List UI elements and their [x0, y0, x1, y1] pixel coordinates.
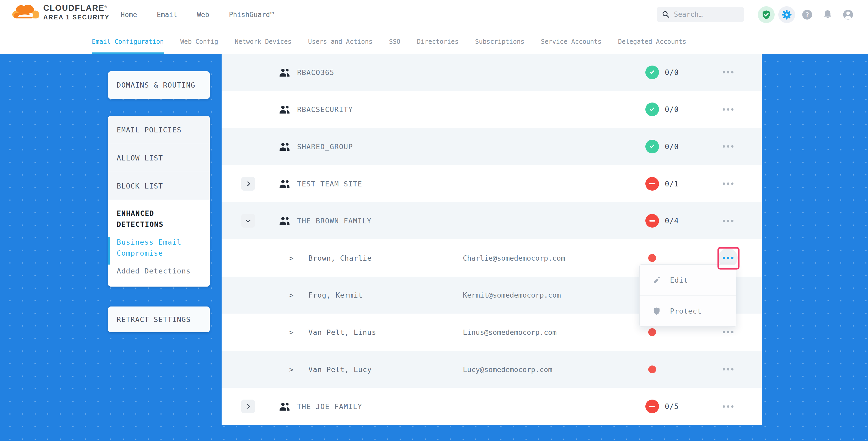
sidebar-card-retract: RETRACT SETTINGS [108, 307, 210, 332]
group-row[interactable]: SHARED_GROUP 0/0 [222, 128, 762, 165]
member-email: Linus@somedemocorp.com [463, 328, 557, 336]
chevron-icon [245, 404, 250, 409]
protected-count: 0/5 [665, 402, 679, 411]
logo-brand: CLOUDFLARE® [43, 2, 110, 13]
sidebar-item-business-email-compromise[interactable]: Business Email Compromise [117, 237, 202, 259]
shield-icon [652, 307, 661, 316]
sidebar-item-added-detections[interactable]: Added Detections [117, 265, 202, 277]
status-dot [648, 254, 656, 262]
tab-directories[interactable]: Directories [417, 29, 459, 54]
group-name: SHARED_GROUP [297, 143, 353, 151]
chevron-icon [245, 181, 250, 186]
protected-count: 0/1 [665, 179, 679, 188]
row-actions-button[interactable] [718, 211, 738, 230]
status-badge [645, 400, 659, 413]
sidebar-item-retract-settings[interactable]: RETRACT SETTINGS [108, 307, 210, 332]
enhanced-detections-section: ENHANCED DETECTIONS Business Email Compr… [108, 200, 210, 287]
tab-sso[interactable]: SSO [389, 29, 400, 54]
active-item-indicator [108, 237, 110, 264]
group-row[interactable]: RBACO365 0/0 [222, 54, 762, 91]
member-name: Frog, Kermit [308, 291, 363, 299]
member-name: Brown, Charlie [308, 254, 372, 262]
sidebar-heading-enhanced-detections[interactable]: ENHANCED DETECTIONS [117, 208, 202, 230]
search-placeholder: Search… [674, 10, 703, 18]
member-marker: > [289, 291, 293, 299]
directory-table: RBACO365 0/0 RBACSECURITY 0/0 [222, 54, 762, 425]
protected-count: 0/0 [665, 142, 679, 151]
chevron-icon [246, 218, 250, 223]
tab-web-config[interactable]: Web Config [180, 29, 218, 54]
member-name: Van Pelt, Linus [308, 328, 376, 336]
member-marker: > [289, 254, 293, 262]
group-name: THE JOE FAMILY [297, 403, 363, 411]
group-name: RBACO365 [297, 68, 334, 76]
protected-count: 0/4 [665, 217, 679, 225]
sidebar-card-domains: DOMAINS & ROUTING [108, 71, 210, 99]
tab-subscriptions[interactable]: Subscriptions [475, 29, 524, 54]
row-actions-button[interactable] [718, 100, 738, 119]
user-icon[interactable] [840, 6, 857, 23]
header-icon-cluster: ? [758, 6, 857, 23]
pencil-icon [652, 276, 661, 284]
row-actions-button[interactable] [718, 174, 738, 193]
menu-item-protect-label: Protect [670, 307, 702, 315]
search-icon [662, 10, 670, 18]
help-icon[interactable]: ? [799, 6, 815, 23]
sidebar-item-allow-list[interactable]: ALLOW LIST [108, 144, 210, 172]
tab-delegated-accounts[interactable]: Delegated Accounts [618, 29, 686, 54]
menu-item-edit-label: Edit [670, 276, 688, 284]
expand-toggle-button[interactable] [241, 177, 255, 191]
sidebar-item-domains-routing[interactable]: DOMAINS & ROUTING [108, 71, 210, 99]
nav-phishguard[interactable]: PhishGuard™ [229, 11, 274, 19]
group-people-icon [279, 216, 290, 225]
click-highlight [717, 247, 740, 270]
secondary-nav: Email ConfigurationWeb ConfigNetwork Dev… [0, 29, 868, 54]
nav-email[interactable]: Email [157, 11, 177, 19]
group-row[interactable]: RBACSECURITY 0/0 [222, 91, 762, 128]
tab-network-devices[interactable]: Network Devices [235, 29, 291, 54]
shield-check-icon[interactable] [758, 6, 775, 23]
group-row[interactable]: THE BROWN FAMILY 0/4 [222, 202, 762, 240]
group-name: THE BROWN FAMILY [297, 217, 372, 225]
top-header: CLOUDFLARE® AREA 1 SECURITY Home Email W… [0, 0, 868, 29]
expand-toggle-button[interactable] [241, 400, 255, 413]
cloudflare-logo[interactable]: CLOUDFLARE® AREA 1 SECURITY [12, 2, 110, 21]
member-marker: > [289, 328, 293, 336]
sidebar-card-policies: EMAIL POLICIES ALLOW LIST BLOCK LIST ENH… [108, 116, 210, 287]
member-marker: > [289, 365, 293, 373]
status-badge [645, 214, 659, 228]
group-name: RBACSECURITY [297, 105, 353, 114]
nav-home[interactable]: Home [121, 11, 137, 19]
row-actions-button[interactable] [718, 360, 738, 379]
sidebar-item-block-list[interactable]: BLOCK LIST [108, 172, 210, 200]
page-background: CLOUDFLARE® AREA 1 SECURITY Home Email W… [0, 0, 868, 441]
bell-icon[interactable] [819, 6, 836, 23]
nav-tabs: Email ConfigurationWeb ConfigNetwork Dev… [92, 29, 686, 54]
group-row[interactable]: TEST TEAM SITE 0/1 [222, 165, 762, 202]
tab-users-and-actions[interactable]: Users and Actions [308, 29, 373, 54]
row-actions-button[interactable] [718, 397, 738, 416]
status-dot [648, 328, 656, 336]
tab-email-configuration[interactable]: Email Configuration [92, 29, 164, 54]
status-badge [645, 66, 659, 79]
member-name: Van Pelt, Lucy [308, 365, 372, 373]
group-people-icon [279, 105, 290, 114]
member-email: Kermit@somedemocorp.com [463, 291, 561, 299]
tab-service-accounts[interactable]: Service Accounts [541, 29, 601, 54]
logo-subtitle: AREA 1 SECURITY [43, 13, 110, 21]
expand-toggle-button[interactable] [241, 214, 255, 228]
cloudflare-cloud-icon [12, 4, 41, 20]
member-row[interactable]: > Van Pelt, Lucy Lucy@somedemocorp.com [222, 351, 762, 388]
group-name: TEST TEAM SITE [297, 180, 363, 188]
sidebar-item-email-policies[interactable]: EMAIL POLICIES [108, 116, 210, 144]
search-input[interactable]: Search… [657, 7, 744, 22]
row-actions-button[interactable] [718, 63, 738, 82]
menu-item-protect[interactable]: Protect [640, 295, 736, 326]
svg-text:?: ? [805, 11, 809, 19]
gear-icon[interactable] [778, 6, 795, 23]
protected-count: 0/0 [665, 105, 679, 114]
group-row[interactable]: THE JOE FAMILY 0/5 [222, 388, 762, 425]
row-actions-button[interactable] [718, 137, 738, 156]
nav-web[interactable]: Web [197, 11, 209, 19]
member-email: Charlie@somedemocorp.com [463, 254, 565, 262]
